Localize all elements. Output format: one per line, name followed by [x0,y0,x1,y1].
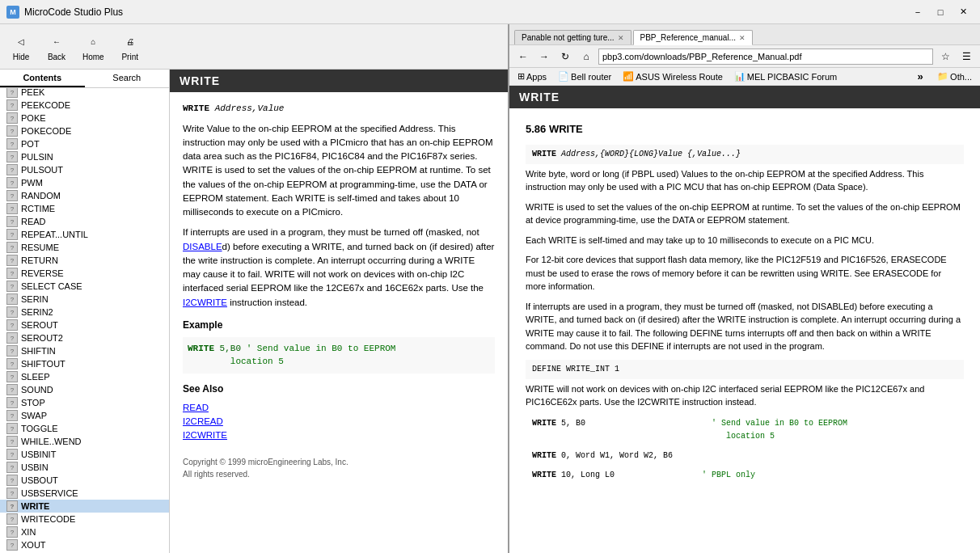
sidebar-item[interactable]: ?READ [0,215,169,228]
maximize-button[interactable]: □ [930,4,951,20]
i2cread-link[interactable]: I2CREAD [183,416,223,426]
sidebar-item-icon: ? [6,500,18,512]
sidebar-item[interactable]: ?SERIN2 [0,306,169,319]
sidebar-item[interactable]: ?SOUND [0,383,169,396]
browser-home-btn[interactable]: ⌂ [577,49,595,65]
sidebar-item[interactable]: ?RETURN [0,254,169,267]
disable-link[interactable]: DISABLE [183,242,222,251]
sidebar-item-icon: ? [6,513,18,525]
sidebar-item[interactable]: ?SWAP [0,409,169,422]
window-controls: − □ ✕ [907,4,974,20]
sidebar-item[interactable]: ?POKECODE [0,125,169,137]
pdf-para3: Each WRITE is self-timed and may take up… [526,234,964,247]
tab1-close[interactable]: ✕ [618,34,624,42]
sidebar: Contents Search ?PEEK?PEEKCODE?POKE?POKE… [0,70,170,553]
sidebar-item[interactable]: ?XIN [0,526,169,538]
bookmark-other[interactable]: 📁 Oth... [934,70,975,82]
sidebar-item-label: REPEAT...UNTIL [21,230,88,239]
sidebar-item[interactable]: ?SHIFTIN [0,344,169,357]
sidebar-item[interactable]: ?SELECT CASE [0,280,169,293]
sidebar-item-icon: ? [6,410,18,421]
sidebar-item[interactable]: ?USBINIT [0,448,169,461]
sidebar-item[interactable]: ?PULSOUT [0,163,169,176]
read-link[interactable]: READ [183,403,209,412]
bookmark-bell-router[interactable]: 📄 Bell router [555,70,615,82]
i2cwrite-link-para[interactable]: I2CWRITE [183,298,227,307]
bookmark-apps[interactable]: ⊞ Apps [514,70,550,82]
sidebar-item[interactable]: ?PULSIN [0,150,169,163]
sidebar-item[interactable]: ?SEROUT2 [0,331,169,344]
pdf-scroll[interactable]: WRITE 5.86 WRITE WRITE Address,{WORD}{LO… [509,86,980,553]
minimize-button[interactable]: − [907,4,928,20]
sidebar-item[interactable]: ?POKE [0,112,169,125]
sidebar-item[interactable]: ?RCTIME [0,202,169,215]
browser-tab-1[interactable]: Panable not getting ture... ✕ [514,30,632,44]
home-button[interactable]: ⌂ Home [78,29,109,64]
browser-star-btn[interactable]: ☆ [936,49,954,65]
sidebar-item[interactable]: ?SHIFTOUT [0,357,169,370]
sidebar-item-icon: ? [6,332,18,344]
sidebar-item[interactable]: ?REPEAT...UNTIL [0,228,169,241]
sidebar-item[interactable]: ?POT [0,137,169,150]
sidebar-item[interactable]: ?USBSERVICE [0,487,169,500]
bar-icon: 📊 [734,71,746,82]
sidebar-item[interactable]: ?USBIN [0,461,169,474]
home-icon: ⌂ [83,32,103,51]
tab2-close[interactable]: ✕ [739,34,746,42]
sidebar-item-label: WRITECODE [21,514,75,524]
sidebar-item[interactable]: ?RESUME [0,241,169,254]
sidebar-item[interactable]: ?USBOUT [0,474,169,487]
close-button[interactable]: ✕ [953,4,974,20]
browser-fwd-btn[interactable]: → [535,49,553,65]
sidebar-item[interactable]: ?WRITECODE [0,513,169,526]
print-button[interactable]: 🖨 Print [116,29,145,64]
sidebar-item-icon: ? [6,526,18,538]
browser-back-btn[interactable]: ← [514,49,532,65]
tab-search[interactable]: Search [85,70,170,87]
sidebar-item[interactable]: ?SLEEP [0,370,169,383]
sidebar-item[interactable]: ?PEEKCODE [0,99,169,112]
sidebar-item-icon: ? [6,281,18,292]
i2cwrite-link[interactable]: I2CWRITE [183,430,227,440]
app-container: ◁ Hide ← Back ⌂ Home 🖨 Print Contents [0,24,980,553]
sidebar-item[interactable]: ?WRITE [0,500,169,513]
sidebar-item[interactable]: ?STOP [0,396,169,409]
right-panel: Panable not getting ture... ✕ PBP_Refere… [509,24,980,553]
grid-icon: ⊞ [517,71,525,82]
sidebar-item[interactable]: ?XOUT [0,538,169,551]
doc-syntax: WRITE Address,Value [183,102,495,116]
sidebar-item-label: WRITE [21,501,49,511]
sidebar-item-label: SEROUT [21,320,58,330]
doc-icon: 📄 [558,71,569,82]
sidebar-item-label: PULSOUT [21,165,63,175]
sidebar-item-label: SELECT CASE [21,281,82,291]
browser-address-input[interactable] [598,49,933,65]
sidebar-item[interactable]: ?REVERSE [0,267,169,280]
sidebar-item[interactable]: ?SEROUT [0,319,169,331]
example-title: Example [183,318,495,332]
see-also-links: READ I2CREAD I2CWRITE [183,401,495,443]
browser-reload-btn[interactable]: ↻ [556,49,574,65]
sidebar-item[interactable]: ?TOGGLE [0,422,169,435]
sidebar-item[interactable]: ?SERIN [0,293,169,306]
tab-contents[interactable]: Contents [0,70,85,87]
sidebar-item-label: SOUND [21,385,53,395]
sidebar-item[interactable]: ?PEEK [0,88,169,99]
sidebar-item-icon: ? [6,216,18,227]
bookmark-mel[interactable]: 📊 MEL PICBASIC Forum [731,70,840,82]
bookmarks-more-btn[interactable]: » [911,69,929,85]
sidebar-item[interactable]: ?PWM [0,176,169,189]
sidebar-item-icon: ? [6,138,18,150]
back-button[interactable]: ← Back [42,29,71,64]
sidebar-item-icon: ? [6,255,18,266]
browser-tab-2[interactable]: PBP_Reference_manual... ✕ [633,30,753,45]
sidebar-item[interactable]: ?WHILE..WEND [0,435,169,448]
hide-button[interactable]: ◁ Hide [6,29,36,64]
sidebar-item-icon: ? [6,345,18,357]
sidebar-item-icon: ? [6,449,18,460]
bookmark-asus[interactable]: 📶 ASUS Wireless Route [619,70,726,82]
sidebar-item-label: READ [21,217,46,226]
browser-menu-btn[interactable]: ☰ [957,49,975,65]
sidebar-item-icon: ? [6,462,18,473]
sidebar-item[interactable]: ?RANDOM [0,189,169,202]
